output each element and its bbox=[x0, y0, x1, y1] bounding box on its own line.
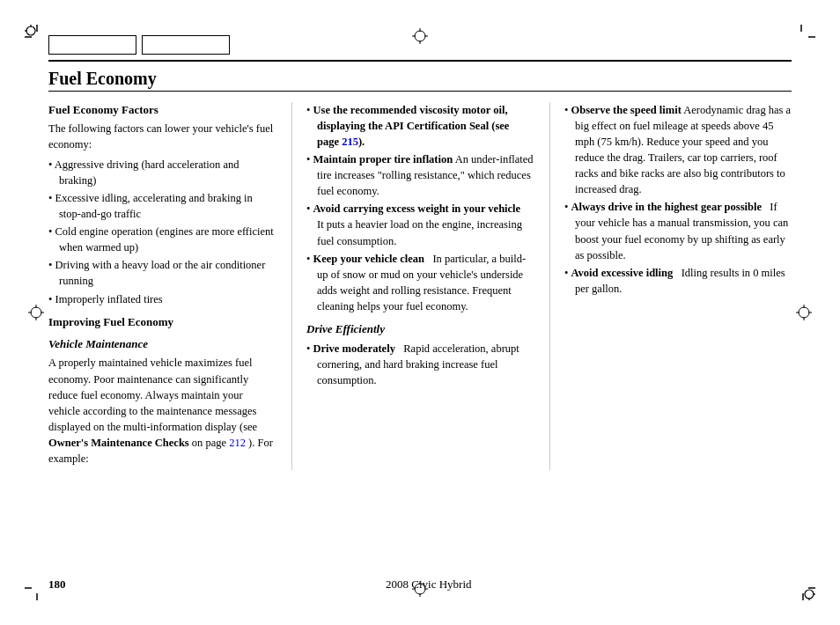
list-item: Improperly inflated tires bbox=[48, 291, 276, 307]
list-item-tire: Maintain proper tire inflation An under-… bbox=[306, 151, 534, 199]
list-item-weight: Avoid carrying excess weight in your veh… bbox=[306, 201, 534, 248]
header-tab-2 bbox=[142, 35, 230, 55]
list-item-avoid-idling: Avoid excessive idling Idling results in… bbox=[564, 265, 792, 297]
column-3: Observe the speed limit Aerodynamic drag… bbox=[550, 102, 792, 471]
heading-fuel-economy-factors: Fuel Economy Factors bbox=[48, 102, 276, 119]
heading-drive-efficiently: Drive Efficiently bbox=[306, 321, 534, 338]
list-item-drive-moderately: Drive moderately Rapid acceleration, abr… bbox=[306, 341, 534, 388]
column-1: Fuel Economy Factors The following facto… bbox=[48, 102, 292, 471]
footer: 180 2008 Civic Hybrid bbox=[48, 577, 792, 592]
list-item: Cold engine operation (engines are more … bbox=[48, 224, 276, 255]
footer-center-text: 2008 Civic Hybrid bbox=[386, 577, 472, 592]
page-number: 180 bbox=[48, 577, 66, 592]
col3-items-list: Observe the speed limit Aerodynamic drag… bbox=[564, 102, 792, 298]
factors-list: Aggressive driving (hard acceleration an… bbox=[48, 157, 276, 307]
item-bold: Use the recommended viscosity motor oil,… bbox=[313, 104, 510, 148]
maintenance-paragraph: A properly maintained vehicle maximizes … bbox=[48, 355, 276, 467]
heading-vehicle-maintenance: Vehicle Maintenance bbox=[48, 336, 276, 353]
list-item: Aggressive driving (hard acceleration an… bbox=[48, 157, 276, 188]
list-item-oil: Use the recommended viscosity motor oil,… bbox=[306, 102, 534, 150]
list-item: Excessive idling, accelerating and braki… bbox=[48, 190, 276, 222]
intro-text: The following factors can lower your veh… bbox=[48, 121, 276, 152]
maintenance-text-1: A properly maintained vehicle maximizes … bbox=[48, 357, 257, 433]
drive-list: Drive moderately Rapid acceleration, abr… bbox=[306, 341, 534, 388]
item-bold: Maintain proper tire inflation bbox=[313, 153, 453, 165]
item-bold: Avoid carrying excess weight in your veh… bbox=[313, 202, 521, 215]
col2-items-list: Use the recommended viscosity motor oil,… bbox=[306, 102, 534, 315]
header-divider bbox=[48, 60, 792, 62]
header-tab-1 bbox=[48, 35, 136, 55]
header-tabs bbox=[48, 35, 230, 55]
list-item: Driving with a heavy load or the air con… bbox=[48, 257, 276, 289]
page-link-215[interactable]: 215 bbox=[342, 136, 358, 148]
page-title: Fuel Economy bbox=[48, 69, 792, 89]
maintenance-text-2: on page bbox=[189, 437, 229, 449]
item-regular: Aerodynamic drag has a big effect on fue… bbox=[575, 104, 791, 196]
maintenance-link[interactable]: 212 bbox=[229, 437, 246, 449]
maintenance-bold: Owner's Maintenance Checks bbox=[48, 437, 189, 449]
item-bold: Avoid excessive idling bbox=[571, 267, 674, 279]
page: Fuel Economy Fuel Economy Factors The fo… bbox=[0, 0, 840, 625]
item-bold: Observe the speed limit bbox=[571, 104, 682, 116]
item-bold: Always drive in the highest gear possibl… bbox=[571, 201, 762, 213]
list-item-clean: Keep your vehicle clean In particular, a… bbox=[306, 251, 534, 315]
heading-improving-fuel: Improving Fuel Economy bbox=[48, 314, 276, 331]
item-bold: Drive moderately bbox=[313, 342, 395, 355]
main-content: Fuel Economy Factors The following facto… bbox=[48, 102, 792, 471]
list-item-speed-limit: Observe the speed limit Aerodynamic drag… bbox=[564, 102, 792, 198]
header bbox=[48, 35, 792, 55]
item-bold: Keep your vehicle clean bbox=[313, 253, 424, 265]
title-divider bbox=[48, 91, 792, 92]
column-2: Use the recommended viscosity motor oil,… bbox=[292, 102, 550, 471]
list-item-highest-gear: Always drive in the highest gear possibl… bbox=[564, 199, 792, 263]
